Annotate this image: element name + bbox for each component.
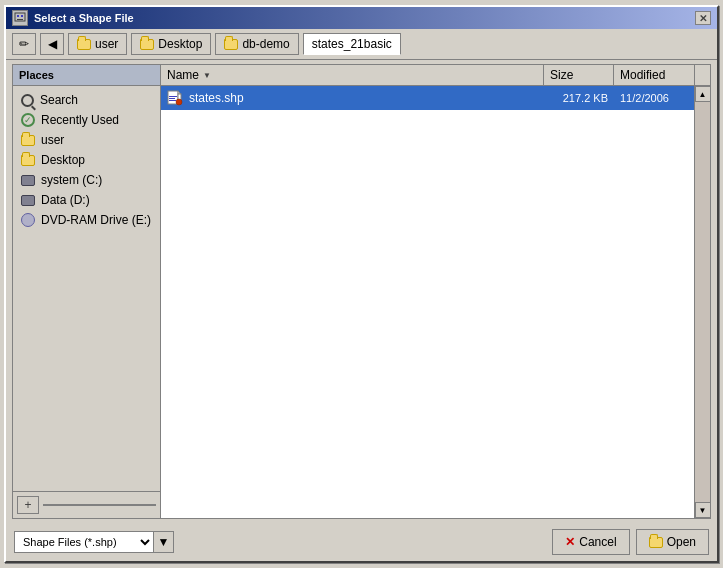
action-buttons: ✕ Cancel Open [552, 529, 709, 555]
svg-point-10 [176, 99, 182, 105]
title-bar: Select a Shape File ✕ [6, 7, 717, 29]
bottom-bar: Shape Files (*.shp) All Files (*) ▼ ✕ Ca… [6, 523, 717, 561]
file-filter-select[interactable]: Shape Files (*.shp) All Files (*) [14, 531, 154, 553]
folder-icon [224, 39, 238, 50]
breadcrumb-user-label: user [95, 37, 118, 51]
folder-icon [21, 155, 35, 166]
hdd-icon [21, 175, 35, 186]
sidebar-item-user[interactable]: user [13, 130, 160, 150]
search-icon [21, 94, 34, 107]
column-name-label: Name [167, 68, 199, 82]
column-modified[interactable]: Modified [614, 65, 694, 85]
folder-icon [21, 135, 35, 146]
chevron-down-icon: ▼ [158, 535, 170, 549]
breadcrumb-db-demo[interactable]: db-demo [215, 33, 298, 55]
sidebar-item-user-label: user [41, 133, 64, 147]
recently-used-icon: ✓ [21, 113, 35, 127]
scrollbar-up-button[interactable]: ▲ [695, 86, 711, 102]
sidebar-item-search-label: Search [40, 93, 78, 107]
breadcrumb-active-label: states_21basic [312, 37, 392, 51]
edit-button[interactable]: ✏ [12, 33, 36, 55]
cancel-x-icon: ✕ [565, 535, 575, 549]
breadcrumb-desktop-label: Desktop [158, 37, 202, 51]
file-row-modified: 11/2/2006 [614, 90, 694, 106]
sidebar-items: Search ✓ Recently Used user Desktop syst… [13, 86, 160, 491]
sidebar-item-dvd-e-label: DVD-RAM Drive (E:) [41, 213, 151, 227]
column-name[interactable]: Name ▼ [161, 65, 544, 85]
file-list: states.shp 217.2 KB 11/2/2006 [161, 86, 694, 518]
column-size[interactable]: Size [544, 65, 614, 85]
svg-rect-2 [21, 15, 23, 17]
sort-arrow-icon: ▼ [203, 71, 211, 80]
dialog: Select a Shape File ✕ ✏ ◀ user Desktop d… [4, 5, 719, 563]
file-row-size: 217.2 KB [544, 90, 614, 106]
open-folder-icon [649, 537, 663, 548]
edit-icon: ✏ [19, 37, 29, 51]
scrollbar-track [695, 102, 711, 502]
sidebar-item-recently-used-label: Recently Used [41, 113, 119, 127]
column-size-label: Size [550, 68, 573, 82]
file-area: Name ▼ Size Modified [161, 65, 710, 518]
sidebar-item-recently-used[interactable]: ✓ Recently Used [13, 110, 160, 130]
cancel-label: Cancel [579, 535, 616, 549]
breadcrumb-states21basic[interactable]: states_21basic [303, 33, 401, 55]
sidebar-footer-divider [43, 504, 156, 506]
svg-rect-7 [169, 96, 177, 97]
open-label: Open [667, 535, 696, 549]
sidebar-item-data-d[interactable]: Data (D:) [13, 190, 160, 210]
column-modified-label: Modified [620, 68, 665, 82]
sidebar-item-desktop-label: Desktop [41, 153, 85, 167]
sidebar-item-search[interactable]: Search [13, 90, 160, 110]
toolbar: ✏ ◀ user Desktop db-demo states_21basic [6, 29, 717, 60]
sidebar-item-system-c-label: system (C:) [41, 173, 102, 187]
svg-rect-1 [17, 15, 19, 17]
cancel-button[interactable]: ✕ Cancel [552, 529, 629, 555]
back-icon: ◀ [48, 37, 57, 51]
dvd-icon [21, 213, 35, 227]
add-place-button[interactable]: + [17, 496, 39, 514]
breadcrumb-db-demo-label: db-demo [242, 37, 289, 51]
back-button[interactable]: ◀ [40, 33, 64, 55]
file-header: Name ▼ Size Modified [161, 65, 710, 86]
main-content: Places Search ✓ Recently Used user Deskt… [12, 64, 711, 519]
breadcrumb-desktop[interactable]: Desktop [131, 33, 211, 55]
sidebar-footer: + [13, 491, 160, 518]
scrollbar[interactable]: ▲ ▼ [694, 86, 710, 518]
sidebar-item-data-d-label: Data (D:) [41, 193, 90, 207]
filter-dropdown-button[interactable]: ▼ [154, 531, 174, 553]
sidebar-header: Places [13, 65, 160, 86]
dialog-icon [12, 10, 28, 26]
sidebar-item-system-c[interactable]: system (C:) [13, 170, 160, 190]
file-list-container: states.shp 217.2 KB 11/2/2006 ▲ ▼ [161, 86, 710, 518]
svg-rect-9 [169, 100, 176, 101]
sidebar-item-desktop[interactable]: Desktop [13, 150, 160, 170]
sidebar-item-dvd-e[interactable]: DVD-RAM Drive (E:) [13, 210, 160, 230]
hdd-icon [21, 195, 35, 206]
scrollbar-down-button[interactable]: ▼ [695, 502, 711, 518]
title-bar-left: Select a Shape File [12, 10, 134, 26]
file-row-name: states.shp [161, 88, 544, 108]
folder-icon [140, 39, 154, 50]
svg-rect-3 [17, 19, 23, 20]
close-button[interactable]: ✕ [695, 11, 711, 25]
shp-file-icon [167, 90, 183, 106]
file-row[interactable]: states.shp 217.2 KB 11/2/2006 [161, 86, 694, 110]
filter-dropdown: Shape Files (*.shp) All Files (*) ▼ [14, 531, 174, 553]
add-icon: + [24, 498, 31, 512]
breadcrumb-user[interactable]: user [68, 33, 127, 55]
file-name: states.shp [189, 91, 244, 105]
folder-icon [77, 39, 91, 50]
sidebar: Places Search ✓ Recently Used user Deskt… [13, 65, 161, 518]
scrollbar-header-spacer [694, 65, 710, 85]
svg-rect-8 [169, 98, 175, 99]
open-button[interactable]: Open [636, 529, 709, 555]
dialog-title: Select a Shape File [34, 12, 134, 24]
